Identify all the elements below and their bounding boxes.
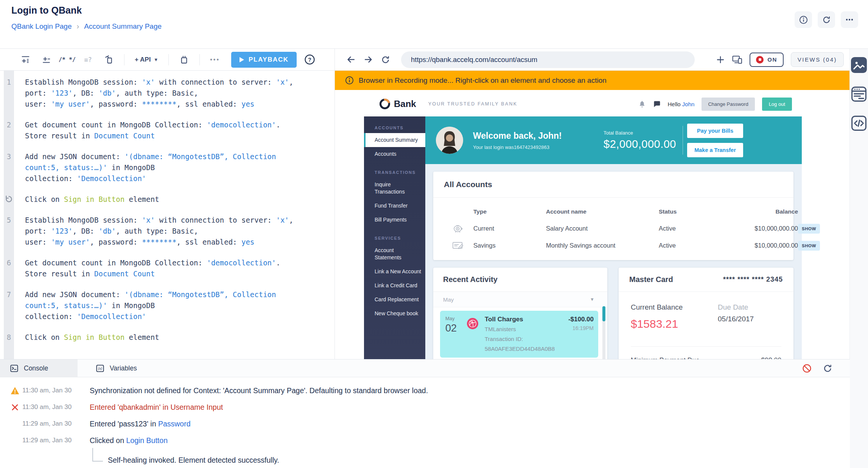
text-segment: Store result in — [25, 132, 94, 140]
playback-label: PLAYBACK — [249, 56, 289, 64]
insert-step-icon[interactable] — [15, 55, 36, 64]
refresh-icon — [822, 15, 831, 24]
cards-row: Recent Activity May ▼ May02Toll ChargesT… — [433, 268, 793, 359]
chevron-down-icon: ▼ — [590, 297, 594, 302]
sidebar-item-link-a-credit-card[interactable]: Link a Credit Card — [364, 279, 425, 293]
activity-scrollbar-track[interactable] — [602, 306, 605, 359]
sidebar-item-accounts[interactable]: Accounts — [364, 147, 425, 161]
sidebar-item-bill-payments[interactable]: Bill Payments — [364, 213, 425, 227]
show-balance-button[interactable]: SHOW — [798, 241, 820, 251]
recording-toggle[interactable]: ON — [750, 53, 784, 67]
greeting-username[interactable]: John — [682, 101, 695, 107]
piggy-icon — [442, 223, 473, 234]
log-row: 11:29 am, Jan 30Clicked on Login Button — [0, 432, 850, 449]
chat-icon[interactable] — [653, 100, 661, 108]
comment-step-icon[interactable]: /* */ — [57, 56, 78, 63]
banner-divider — [683, 126, 683, 155]
info-button[interactable] — [795, 11, 812, 28]
step-row[interactable]: Click on Sign in Button element — [0, 194, 334, 205]
breadcrumb-account-summary-page[interactable]: Account Summary Page — [84, 22, 162, 31]
text-segment: '(dbname: “MongotestDB”, Collection — [124, 152, 276, 161]
welcome-banner: Welcome back, John! Your last login was1… — [425, 116, 802, 164]
make-a-transfer-button[interactable]: Make a Transfer — [687, 143, 743, 157]
sidebar-item-inquire-transactions[interactable]: Inquire Transactions — [364, 178, 425, 199]
right-rail — [849, 49, 868, 468]
text-segment: , password: — [90, 238, 142, 246]
step-row[interactable]: 7Add new JSON document: '(dbname: “Mongo… — [0, 289, 334, 322]
step-row[interactable]: 5Establish MongoDB session: 'x' with con… — [0, 215, 334, 248]
show-balance-button[interactable]: SHOW — [798, 224, 820, 234]
master-card-number: **** **** **** 2345 — [723, 276, 783, 284]
table-row[interactable]: CurrentSalary AccountActive$10,000,000.0… — [433, 220, 793, 237]
clone-step-icon[interactable] — [98, 55, 119, 64]
current-balance-amount: $1583.21 — [631, 318, 683, 330]
step-row[interactable]: 6Get document count in MongoDB Collectio… — [0, 257, 334, 279]
bell-icon[interactable] — [638, 100, 646, 108]
text-segment: , — [289, 216, 293, 224]
device-switch-button[interactable] — [732, 55, 742, 64]
activity-scrollbar-thumb[interactable] — [602, 306, 605, 321]
playback-button[interactable]: PLAYBACK — [231, 52, 297, 68]
add-api-button[interactable]: + API ▼ — [129, 56, 163, 64]
sidebar-item-account-statements[interactable]: Account Statements — [364, 243, 425, 265]
table-row[interactable]: SavingsMonthly Savings accountActive$10,… — [433, 237, 793, 254]
url-bar[interactable]: https://qbank.accelq.com/account/acsum — [401, 51, 695, 68]
views-button[interactable]: VIEWS (04) — [791, 52, 844, 67]
activity-day: 02 — [445, 322, 466, 334]
step-row[interactable]: 1Establish MongoDB session: 'x' with con… — [0, 77, 334, 110]
log-timestamp: 11:29 am, Jan 30 — [22, 437, 80, 444]
more-tools-button[interactable]: ••• — [205, 56, 225, 63]
text-segment: 'Democollection' — [77, 312, 146, 321]
tab-variables[interactable]: (x) Variables — [86, 360, 147, 377]
step-number: 1 — [4, 77, 14, 110]
step-number: 5 — [4, 215, 14, 248]
tab-console-label: Console — [24, 364, 48, 372]
text-segment: Entered 'pass123' in — [90, 420, 158, 428]
text-segment: Add new JSON document: — [25, 290, 124, 299]
browser-forward-button[interactable] — [364, 55, 373, 64]
clear-console-button[interactable] — [802, 364, 812, 373]
step-row[interactable]: 8Click on Sign in Button element — [0, 332, 334, 343]
toolbar-divider — [199, 54, 200, 65]
more-options-button[interactable] — [841, 11, 858, 28]
sidebar-item-link-a-new-account[interactable]: Link a New Account — [364, 265, 425, 279]
text-segment: Login Button — [126, 436, 168, 445]
text-segment: Document Count — [94, 270, 155, 278]
month-filter[interactable]: May ▼ — [433, 292, 607, 307]
text-segment: collection: — [25, 174, 77, 183]
log-message: Self-healing invoked. Element detected s… — [108, 456, 279, 465]
help-button[interactable]: ? — [304, 54, 315, 65]
text-segment: Establish MongoDB session: — [25, 216, 142, 224]
new-tab-button[interactable] — [716, 55, 725, 64]
text-segment: , DB: — [73, 227, 99, 235]
text-segment: Synchronization not defined for Context:… — [90, 386, 428, 395]
refresh-console-button[interactable] — [823, 364, 832, 373]
tab-console[interactable]: Console — [0, 360, 78, 377]
step-text: Establish MongoDB session: 'x' with conn… — [25, 215, 293, 248]
toolbox-icon[interactable] — [174, 55, 194, 64]
qbank-sidebar: ACCOUNTSAccount SummaryAccountsTRANSACTI… — [364, 116, 425, 359]
text-segment: 'db' — [98, 89, 116, 97]
activity-item[interactable]: May02Toll ChargesTMLanistersTransaction … — [440, 311, 598, 358]
breadcrumb-qbank-login-page[interactable]: QBank Login Page — [11, 22, 72, 31]
change-password-button[interactable]: Change Password — [702, 98, 754, 111]
step-row[interactable]: 3Add new JSON document: '(dbname: “Mongo… — [0, 151, 334, 184]
screenshot-view-button[interactable] — [851, 57, 867, 73]
sidebar-item-new-cheque-book[interactable]: New Cheque book — [364, 307, 425, 321]
dom-view-button[interactable] — [851, 86, 867, 102]
conditional-step-icon[interactable]: ≡? — [78, 56, 98, 64]
browser-refresh-button[interactable] — [381, 55, 390, 64]
page-structure-icon — [851, 86, 867, 102]
add-step-icon[interactable] — [36, 55, 57, 64]
sidebar-item-account-summary[interactable]: Account Summary — [364, 133, 425, 147]
logout-button[interactable]: Log out — [762, 98, 792, 111]
step-text: Add new JSON document: '(dbname: “Mongot… — [25, 151, 276, 184]
code-view-button[interactable] — [851, 115, 867, 131]
refresh-button[interactable] — [818, 11, 835, 28]
browser-back-button[interactable] — [346, 55, 356, 64]
sidebar-item-card-replacement[interactable]: Card Replacement — [364, 293, 425, 307]
pay-your-bills-button[interactable]: Pay your Bills — [687, 124, 743, 138]
step-row[interactable]: 2Get document count in MongoDB Collectio… — [0, 119, 334, 141]
sidebar-item-fund-transfer[interactable]: Fund Transfer — [364, 199, 425, 213]
master-card-row: Minimum Payment Due$98.00 — [631, 356, 781, 359]
